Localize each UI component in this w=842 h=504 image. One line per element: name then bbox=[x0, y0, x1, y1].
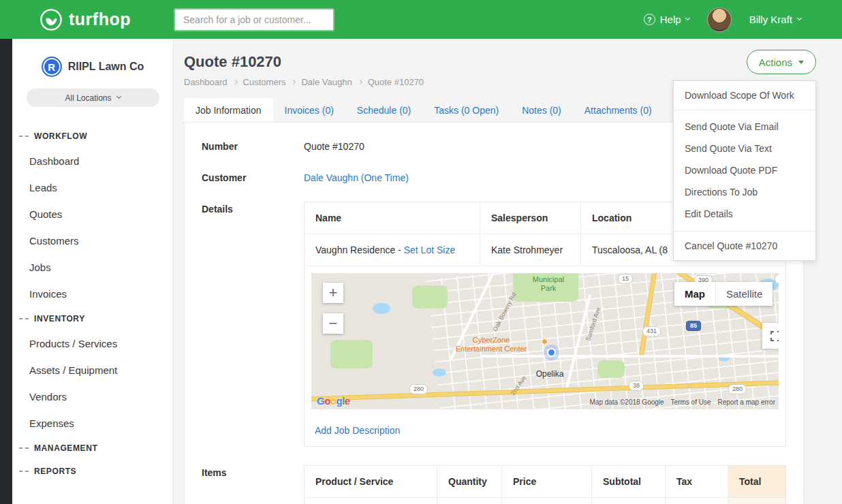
details-label: Details bbox=[202, 202, 304, 447]
road-shield-431: 431 bbox=[642, 326, 661, 336]
actions-dropdown: Download Scope Of Work Send Quote Via Em… bbox=[673, 80, 816, 261]
fullscreen-icon bbox=[770, 331, 779, 341]
menu-item-send-quote-via-text[interactable]: Send Quote Via Text bbox=[674, 138, 815, 159]
sidebar-item-leads[interactable]: Leads bbox=[12, 174, 173, 201]
tab-tasks[interactable]: Tasks (0 Open) bbox=[422, 98, 510, 122]
sidebar-item-products-services[interactable]: Products / Services bbox=[12, 330, 173, 357]
items-row-cell bbox=[666, 498, 728, 504]
menu-item-directions-to-job[interactable]: Directions To Job bbox=[674, 181, 815, 203]
details-header-salesperson: Salesperson bbox=[480, 202, 581, 234]
sidebar-section-reports[interactable]: REPORTS bbox=[12, 460, 173, 483]
sidebar-item-invoices[interactable]: Invoices bbox=[12, 281, 173, 307]
tab-attachments[interactable]: Attachments (0) bbox=[573, 98, 664, 122]
details-cell-salesperson: Kate Strohmeyer bbox=[480, 234, 581, 266]
customer-label: Customer bbox=[202, 170, 304, 183]
brand-name: turfhop bbox=[69, 10, 131, 29]
map-type-satellite-button[interactable]: Satellite bbox=[715, 282, 773, 306]
details-header-name: Name bbox=[305, 202, 480, 234]
map-water bbox=[373, 303, 390, 314]
sidebar-item-assets-equipment[interactable]: Assets / Equipment bbox=[12, 357, 173, 383]
global-search-input[interactable] bbox=[174, 8, 334, 31]
tab-invoices[interactable]: Invoices (0) bbox=[273, 98, 345, 122]
zoom-in-button[interactable]: + bbox=[323, 283, 343, 303]
map-road bbox=[482, 355, 779, 358]
sidebar-item-jobs[interactable]: Jobs bbox=[12, 254, 173, 281]
help-icon: ? bbox=[644, 14, 655, 25]
terms-of-use-link[interactable]: Terms of Use bbox=[671, 398, 711, 406]
place-label-opelika: Opelika bbox=[521, 369, 578, 379]
company-name: RIIPL Lawn Co bbox=[68, 61, 144, 73]
tab-notes[interactable]: Notes (0) bbox=[510, 98, 573, 122]
sidebar-section-management[interactable]: MANAGEMENT bbox=[12, 437, 173, 460]
place-label-municipal-park: Municipal Park bbox=[516, 275, 581, 293]
road-shield-i85: 85 bbox=[686, 321, 701, 331]
map-type-control: Map Satellite bbox=[674, 282, 773, 306]
chevron-right-icon bbox=[291, 80, 296, 84]
company-logo-icon: R bbox=[42, 57, 62, 77]
google-logo[interactable]: Google bbox=[317, 395, 350, 407]
zoom-out-button[interactable]: − bbox=[323, 313, 343, 334]
sidebar-item-customers[interactable]: Customers bbox=[12, 227, 173, 254]
map[interactable]: Samford Ave 2nd Ave Oak Bowery Rd 15 390… bbox=[311, 273, 779, 409]
map-park-area bbox=[597, 360, 625, 378]
menu-item-download-quote-pdf[interactable]: Download Quote PDF bbox=[674, 159, 815, 181]
menu-item-edit-details[interactable]: Edit Details bbox=[674, 203, 815, 225]
details-cell-name: Vaughn Residence - Set Lot Size bbox=[305, 234, 480, 266]
items-header-tax: Tax bbox=[666, 466, 728, 498]
sidebar-item-quotes[interactable]: Quotes bbox=[12, 201, 173, 227]
fullscreen-button[interactable] bbox=[762, 323, 779, 349]
help-label: Help bbox=[660, 14, 681, 25]
report-map-error-link[interactable]: Report a map error bbox=[718, 398, 775, 406]
sidebar-item-dashboard[interactable]: Dashboard bbox=[12, 148, 173, 174]
add-job-description-link[interactable]: Add Job Description bbox=[315, 425, 400, 436]
breadcrumb-customers[interactable]: Customers bbox=[243, 77, 286, 87]
menu-item-send-quote-via-email[interactable]: Send Quote Via Email bbox=[674, 116, 815, 138]
road-shield-15: 15 bbox=[618, 274, 633, 284]
items-header-total: Total bbox=[728, 466, 785, 498]
items-header-product-service: Product / Service bbox=[305, 466, 437, 498]
tab-job-information[interactable]: Job Information bbox=[184, 98, 273, 122]
user-name: Billy Kraft bbox=[749, 14, 792, 25]
set-lot-size-link[interactable]: Set Lot Size bbox=[404, 245, 456, 255]
items-row-cell bbox=[305, 498, 437, 504]
number-value: Quote #10270 bbox=[304, 139, 364, 152]
location-filter[interactable]: All Locations bbox=[27, 89, 159, 107]
map-type-map-button[interactable]: Map bbox=[674, 282, 715, 306]
top-header: turfhop ? Help Billy Kraft bbox=[0, 0, 842, 39]
breadcrumb-dashboard[interactable]: Dashboard bbox=[184, 77, 228, 87]
actions-button[interactable]: Actions bbox=[747, 50, 816, 74]
items-row-cell bbox=[728, 498, 785, 504]
place-label-cyberzone: CyberZone Entertainment Center bbox=[439, 336, 543, 353]
app: turfhop ? Help Billy Kraft R RIIPL Lawn … bbox=[0, 0, 842, 504]
help-menu[interactable]: ? Help bbox=[644, 14, 689, 25]
user-menu[interactable]: Billy Kraft bbox=[749, 14, 801, 25]
tab-schedule[interactable]: Schedule (0) bbox=[345, 98, 422, 122]
road-shield-280: 280 bbox=[728, 384, 747, 394]
menu-item-download-scope-of-work[interactable]: Download Scope Of Work bbox=[674, 81, 815, 110]
avatar[interactable] bbox=[707, 7, 732, 32]
chevron-right-icon bbox=[233, 80, 238, 84]
road-shield-280: 280 bbox=[409, 384, 428, 394]
brand[interactable]: turfhop bbox=[0, 8, 174, 31]
breadcrumb-dale-vaughn[interactable]: Dale Vaughn bbox=[301, 77, 352, 87]
sidebar-section-inventory: INVENTORY bbox=[12, 307, 173, 330]
items-label: Items bbox=[202, 465, 304, 504]
left-rail bbox=[0, 39, 12, 504]
sidebar-nav: WORKFLOW Dashboard Leads Quotes Customer… bbox=[12, 125, 173, 483]
main-content: Quote #10270 Dashboard Customers Dale Va… bbox=[174, 39, 842, 504]
menu-item-cancel-quote[interactable]: Cancel Quote #10270 bbox=[674, 231, 815, 260]
customer-name-link[interactable]: Dale Vaughn bbox=[304, 172, 358, 183]
number-label: Number bbox=[202, 139, 304, 152]
sidebar-item-expenses[interactable]: Expenses bbox=[12, 410, 173, 437]
map-marker[interactable] bbox=[547, 348, 556, 357]
customer-type-link[interactable]: (One Time) bbox=[361, 172, 409, 183]
location-filter-label: All Locations bbox=[65, 93, 111, 103]
items-header-subtotal: Subtotal bbox=[592, 466, 666, 498]
chevron-right-icon bbox=[358, 80, 362, 84]
section-dash-icon bbox=[19, 471, 29, 472]
sidebar-item-vendors[interactable]: Vendors bbox=[12, 383, 173, 410]
chevron-down-icon bbox=[685, 16, 690, 20]
road-shield-161: 161 bbox=[775, 274, 779, 284]
items-header-price: Price bbox=[502, 466, 592, 498]
caret-down-icon bbox=[798, 61, 804, 64]
